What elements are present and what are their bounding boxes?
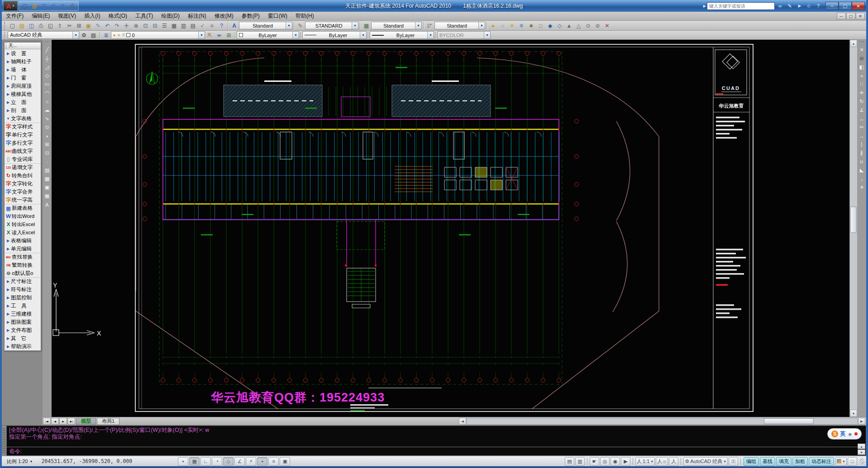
sidebar-item-查找替换[interactable]: abc查找替换 xyxy=(5,253,41,261)
toolbar-lock-icon[interactable]: ⚿ xyxy=(729,457,738,466)
new-icon[interactable]: ▢ xyxy=(8,22,17,30)
layer-color-swatch[interactable] xyxy=(126,33,130,37)
circle-icon[interactable]: ○ xyxy=(43,97,51,106)
zoom-realtime-icon[interactable]: ⊕ xyxy=(131,22,141,30)
sidebar-item-转角自纠[interactable]: ↻转角自纠 xyxy=(5,171,41,180)
menu-标注N[interactable]: 标注(N) xyxy=(184,12,210,20)
layer-unlock-icon[interactable]: □ xyxy=(536,22,545,30)
annotation-scale-button[interactable]: 人 1:1 ▼ xyxy=(635,457,655,466)
doc-restore-button[interactable]: ▢ xyxy=(846,13,855,19)
annotation-autoscale-button[interactable]: 人 xyxy=(669,457,678,466)
vertical-scrollbar[interactable]: ▲ ▼ xyxy=(849,40,857,417)
sidebar-item-设置[interactable]: ▶设 置 xyxy=(5,49,41,57)
open-icon[interactable]: ▤ xyxy=(30,2,39,10)
sidebar-item-递增文字[interactable]: 123递增文字 xyxy=(5,163,41,171)
move-icon[interactable]: ✛ xyxy=(858,89,866,97)
resize-grip[interactable] xyxy=(860,458,864,464)
scale-button[interactable]: 比例 1:20▼ xyxy=(4,457,36,466)
plot-icon[interactable]: ⎙ xyxy=(36,22,46,30)
help-search-input[interactable] xyxy=(707,2,775,10)
layer-merge-icon[interactable]: ⊘ xyxy=(593,22,602,30)
sidebar-item-繁简转换[interactable]: GB繁简转换 xyxy=(5,261,41,269)
menu-插入I[interactable]: 插入(I) xyxy=(80,12,104,20)
sidebar-item-单元编辑[interactable]: ▶单元编辑 xyxy=(5,245,41,253)
menu-工具T[interactable]: 工具(T) xyxy=(131,12,157,20)
markup-icon[interactable]: ✓ xyxy=(198,22,207,30)
layer-unlock-icon[interactable]: ⚿ xyxy=(122,33,125,38)
command-window-grip[interactable] xyxy=(2,427,6,454)
ducs-icon[interactable]: ⚡ xyxy=(246,457,256,466)
otrack-icon[interactable]: ∠ xyxy=(234,457,245,466)
ellipse-icon[interactable]: ⊙ xyxy=(43,123,51,132)
menu-修改M[interactable]: 修改(M) xyxy=(210,12,238,20)
array-icon[interactable]: ∷ xyxy=(858,80,866,89)
gradient-icon[interactable]: ▩ xyxy=(43,175,51,183)
acad-logo-button[interactable]: A▼ xyxy=(3,1,18,11)
arc-icon[interactable]: ◠ xyxy=(43,89,51,97)
coordinates-readout[interactable]: 204531.657, -36990.520, 0.000 xyxy=(36,458,138,464)
construction-line-icon[interactable]: ┼ xyxy=(43,54,51,63)
dim-style-icon[interactable]: ✎ xyxy=(296,22,305,30)
command-scroll-up-icon[interactable]: ▲ xyxy=(858,444,865,449)
make-object-layer-current-icon[interactable]: ⇱ xyxy=(205,31,215,39)
multileader-style-icon[interactable]: ◸ xyxy=(425,22,434,30)
preview-icon[interactable]: ◱ xyxy=(46,22,55,30)
layer-lock-icon[interactable]: ■ xyxy=(526,22,536,30)
sidebar-item-o默认层o[interactable]: ⊜o默认层o xyxy=(5,269,41,277)
sidebar-item-符号标注[interactable]: ▶符号标注 xyxy=(5,285,41,293)
horizontal-scrollbar[interactable]: ◀ ▶ xyxy=(459,418,865,425)
maximize-button[interactable]: ▢ xyxy=(839,2,852,10)
sidebar-item-轴网柱子[interactable]: ▶轴网柱子 xyxy=(5,57,41,66)
scroll-up-icon[interactable]: ▲ xyxy=(850,40,857,47)
chevron-down-icon[interactable]: ▼ xyxy=(360,32,366,38)
zoom-icon[interactable]: ◎ xyxy=(600,457,610,466)
menu-格式O[interactable]: 格式(O) xyxy=(105,12,131,20)
layer-states-icon[interactable]: ⊞ xyxy=(224,31,234,39)
command-prompt[interactable]: 命令: xyxy=(7,447,866,455)
menu-帮助H[interactable]: 帮助(H) xyxy=(291,12,318,20)
scroll-down-icon[interactable]: ▼ xyxy=(850,410,857,417)
toolbar-grip[interactable] xyxy=(4,22,6,29)
layer-combo[interactable]: ● ☀ ⚿ 0 ▼ xyxy=(111,31,205,39)
sidebar-item-图层控制[interactable]: ▶图层控制 xyxy=(5,293,41,302)
undo-icon[interactable]: ↶ xyxy=(103,22,112,30)
offset-icon[interactable]: ≈ xyxy=(858,71,866,80)
menu-参数P[interactable]: 参数(P) xyxy=(238,12,264,20)
redo-icon[interactable]: ↷ xyxy=(58,2,67,10)
workspace-settings-gear-icon[interactable]: ⚙ xyxy=(79,31,89,39)
zoom-previous-icon[interactable]: ⊟ xyxy=(150,22,160,30)
sidebar-item-统一字高[interactable]: 字统一字高 xyxy=(5,196,41,204)
break-icon[interactable]: ∦ xyxy=(858,149,866,157)
dim-style-combo[interactable]: STANDARD▼ xyxy=(305,22,358,29)
ime-language-toggle[interactable]: 英 xyxy=(840,430,845,438)
chevron-down-icon[interactable]: ▼ xyxy=(72,32,79,38)
mirror-icon[interactable]: ◧ xyxy=(858,63,866,71)
linetype-combo[interactable]: ByLayer ▼ xyxy=(302,31,367,39)
menu-编辑E[interactable]: 编辑(E) xyxy=(28,12,54,20)
layer-previous-icon[interactable]: ▲ xyxy=(564,22,574,30)
last-tab-icon[interactable]: ▶| xyxy=(67,418,75,425)
toggle-编组[interactable]: 编组 xyxy=(744,457,759,466)
sidebar-item-工具[interactable]: ▶工 具 xyxy=(5,302,41,310)
insert-block-icon[interactable]: ⊞ xyxy=(43,140,51,149)
scroll-left-icon[interactable]: ◀ xyxy=(459,418,466,425)
line-icon[interactable]: ╱ xyxy=(43,46,51,54)
toolbar-grip[interactable] xyxy=(859,41,864,45)
ime-logo-icon[interactable]: S xyxy=(831,430,838,437)
save-icon[interactable]: ◫ xyxy=(27,22,36,30)
menu-绘图D[interactable]: 绘图(D) xyxy=(157,12,184,20)
fillet-icon[interactable]: ◞ xyxy=(858,175,866,183)
publish-icon[interactable]: ⇪ xyxy=(55,22,65,30)
menu-窗口W[interactable]: 窗口(W) xyxy=(264,12,291,20)
horizontal-scroll-thumb[interactable] xyxy=(764,418,814,424)
binoculars-search-icon[interactable]: ∞ xyxy=(776,2,784,10)
menu-视图V[interactable]: 视图(V) xyxy=(54,12,80,20)
copy-icon[interactable]: ⊞ xyxy=(74,22,84,30)
ellipse-arc-icon[interactable]: ◗ xyxy=(43,132,51,140)
workspace-switch-button[interactable]: ⚙ AutoCAD 经典 ▼ xyxy=(683,457,728,466)
next-tab-icon[interactable]: ▶ xyxy=(59,418,67,425)
showmotion-icon[interactable]: ▶ xyxy=(621,457,630,466)
menu-文件F[interactable]: 文件(F) xyxy=(2,12,28,20)
table-style-combo[interactable]: Standard▼ xyxy=(371,22,422,29)
sidebar-item-文字合并[interactable]: 字文字合并 xyxy=(5,188,41,196)
